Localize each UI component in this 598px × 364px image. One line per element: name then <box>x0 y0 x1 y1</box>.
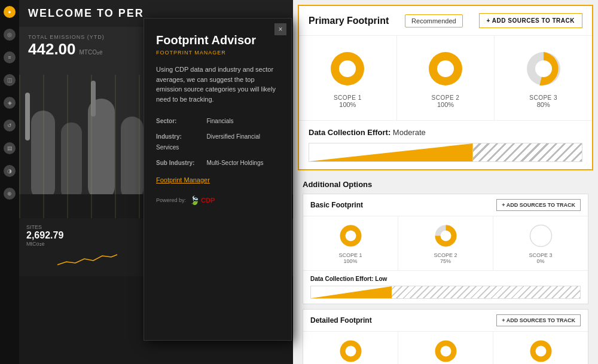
sub-industry-row: Sub Industry: Multi-Sector Holdings <box>156 157 279 167</box>
detailed-footprint-header: Detailed Footprint + ADD SOURCES TO TRAC… <box>303 310 588 332</box>
sidebar-icon-7[interactable]: ▤ <box>4 142 16 154</box>
svg-rect-5 <box>88 99 115 200</box>
footprint-advisor-modal: × Footprint Advisor FOOTPRINT MANAGER Us… <box>144 18 292 341</box>
basic-footprint-card: Basic Footprint + ADD SOURCES TO TRACK S… <box>303 194 588 304</box>
svg-point-17 <box>437 60 454 77</box>
modal-description: Using CDP data and industry and sector a… <box>156 65 279 104</box>
basic-scope-3-cell: SCOPE 3 0% <box>493 216 588 270</box>
footprint-manager-link[interactable]: Footprint Manager <box>156 176 279 183</box>
sub-industry-value: Multi-Sector Holdings <box>206 160 263 166</box>
sidebar-icon-home[interactable]: ● <box>4 6 16 18</box>
detailed-footprint-card: Detailed Footprint + ADD SOURCES TO TRAC… <box>303 309 588 364</box>
basic-footprint-header: Basic Footprint + ADD SOURCES TO TRACK <box>303 194 588 216</box>
sidebar: ● ◎ ≡ ◫ ◈ ↺ ▤ ◑ ⊕ <box>0 0 19 364</box>
basic-scope-2-cell: SCOPE 2 75% <box>398 216 493 270</box>
svg-rect-9 <box>91 81 96 117</box>
svg-point-31 <box>440 346 451 357</box>
primary-scope-2-cell: SCOPE 2 100% <box>397 36 495 120</box>
svg-point-24 <box>440 231 451 241</box>
primary-scope-3-pie <box>523 48 565 90</box>
detailed-scope-2-pie <box>432 338 459 364</box>
primary-effort-bar <box>309 143 582 162</box>
primary-scope-3-label: SCOPE 3 <box>501 94 586 101</box>
svg-rect-6 <box>121 117 144 200</box>
modal-subtitle: FOOTPRINT MANAGER <box>156 50 279 56</box>
primary-scopes-row: SCOPE 1 100% SCOPE 2 100% <box>299 36 592 120</box>
cdp-text: CDP <box>201 197 215 204</box>
primary-scope-1-pie <box>327 48 368 90</box>
svg-rect-4 <box>61 123 82 200</box>
sidebar-icon-3[interactable]: ≡ <box>4 51 16 63</box>
cdp-logo: 🍃 CDP <box>190 195 215 205</box>
primary-data-effort-section: Data Collection Effort: Moderate <box>299 120 592 169</box>
svg-point-26 <box>535 231 546 241</box>
additional-options-title: Additional Options <box>303 180 588 189</box>
sub-industry-label: Sub Industry: <box>156 160 204 166</box>
svg-point-19 <box>535 60 552 77</box>
sector-label: Sector: <box>156 118 204 124</box>
additional-options-section: Additional Options Basic Footprint + ADD… <box>293 175 598 364</box>
detailed-scope-1-pie <box>337 338 364 364</box>
primary-scope-2-pie <box>425 48 466 90</box>
basic-scope-1-label: SCOPE 1 <box>307 252 394 258</box>
svg-point-15 <box>339 60 356 77</box>
sites-stat-card: Sites 2,692.79 MtCo₂e <box>19 218 156 276</box>
detailed-footprint-title: Detailed Footprint <box>310 316 372 325</box>
basic-data-effort-label: Data Collection Effort: Low <box>310 276 581 282</box>
sector-row: Sector: Financials <box>156 115 279 126</box>
svg-point-29 <box>345 346 356 357</box>
basic-scope-2-pie <box>432 222 459 249</box>
basic-footprint-title: Basic Footprint <box>310 201 363 209</box>
detailed-scopes-row: SCOPE 1 100% SCOPE 2 100% <box>303 332 588 364</box>
powered-by-text: Powered by: <box>156 197 186 203</box>
basic-data-effort-value: Low <box>375 276 387 282</box>
detailed-scope-3-pie <box>527 338 554 364</box>
primary-scope-3-cell: SCOPE 3 80% <box>495 36 592 120</box>
modal-header: Footprint Advisor FOOTPRINT MANAGER <box>144 19 291 65</box>
primary-scope-1-pct: 100% <box>305 101 390 108</box>
primary-data-effort-value: Moderate <box>393 128 426 137</box>
basic-scope-2-label: SCOPE 2 <box>402 252 489 258</box>
primary-scope-1-cell: SCOPE 1 100% <box>299 36 397 120</box>
sidebar-icon-9[interactable]: ⊕ <box>4 188 16 200</box>
industry-label: Industry: <box>156 133 204 140</box>
basic-data-effort-section: Data Collection Effort: Low <box>303 270 588 304</box>
sites-label: Sites <box>26 224 148 230</box>
detailed-add-sources-button[interactable]: + ADD SOURCES TO TRACK <box>496 314 581 326</box>
svg-rect-3 <box>31 111 55 200</box>
sidebar-icon-6[interactable]: ↺ <box>4 120 16 131</box>
industry-row: Industry: Diversified Financial Services <box>156 130 279 152</box>
modal-body: Using CDP data and industry and sector a… <box>144 65 291 205</box>
primary-scope-3-pct: 80% <box>501 101 586 108</box>
svg-marker-27 <box>311 286 392 298</box>
modal-title: Footprint Advisor <box>156 33 279 47</box>
primary-card-header: Primary Footprint Recommended + ADD SOUR… <box>299 6 592 36</box>
emissions-value: 442.00 <box>28 40 76 59</box>
sidebar-icon-8[interactable]: ◑ <box>4 165 16 177</box>
svg-point-22 <box>345 231 356 241</box>
sites-sparkline <box>26 250 148 268</box>
primary-scope-2-label: SCOPE 2 <box>403 94 489 101</box>
emissions-unit: MTCO₂e <box>80 49 103 56</box>
sidebar-icon-4[interactable]: ◫ <box>4 74 16 86</box>
basic-add-sources-button[interactable]: + ADD SOURCES TO TRACK <box>496 199 581 211</box>
svg-marker-20 <box>309 143 473 161</box>
sites-value: 2,692.79 <box>26 230 148 241</box>
recommended-badge: Recommended <box>405 14 463 27</box>
basic-scope-1-pct: 100% <box>307 258 394 264</box>
basic-scope-1-pie <box>337 222 364 249</box>
detailed-scope-2-cell: SCOPE 2 100% <box>398 332 493 364</box>
sector-value: Financials <box>206 118 233 124</box>
sidebar-icon-5[interactable]: ◈ <box>4 97 16 109</box>
powered-by: Powered by: 🍃 CDP <box>156 195 279 205</box>
primary-add-sources-button[interactable]: + ADD SOURCES TO TRACK <box>479 13 582 28</box>
basic-scope-3-pie <box>527 222 554 249</box>
sidebar-icon-2[interactable]: ◎ <box>4 29 16 41</box>
basic-effort-bar <box>310 286 581 299</box>
welcome-text: WELCOME TO PER <box>28 7 144 20</box>
modal-close-button[interactable]: × <box>274 23 286 35</box>
primary-data-effort-label: Data Collection Effort: Moderate <box>309 128 582 137</box>
primary-scope-2-pct: 100% <box>403 101 489 108</box>
basic-scope-1-cell: SCOPE 1 100% <box>303 216 398 270</box>
svg-rect-8 <box>25 93 30 140</box>
